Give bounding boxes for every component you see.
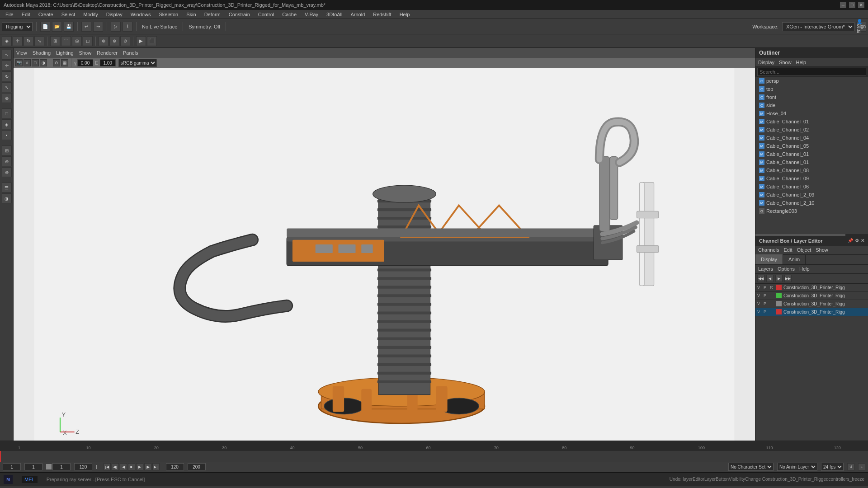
menu-skeleton[interactable]: Skeleton: [155, 11, 182, 18]
layer-fwd-button[interactable]: ▶: [775, 275, 783, 282]
outliner-item-cable06[interactable]: M Cable_Channel_06: [755, 183, 868, 191]
play-back-button[interactable]: ◀: [120, 463, 127, 470]
layer-p-3[interactable]: P: [764, 301, 768, 306]
ipr-render-button[interactable]: ⬛: [147, 36, 157, 46]
hypershade-button[interactable]: ◑: [2, 193, 12, 203]
no-anim-layer-select[interactable]: No Anim Layer: [777, 463, 817, 471]
save-scene-button[interactable]: 💾: [64, 22, 74, 32]
snap-point-button[interactable]: ◎: [72, 36, 82, 46]
outliner-item-persp[interactable]: C persp: [755, 77, 868, 85]
range-end-input[interactable]: [74, 463, 92, 470]
menu-file[interactable]: File: [2, 11, 17, 18]
viewport-renderer-menu[interactable]: Renderer: [97, 50, 118, 56]
outliner-search-input[interactable]: [757, 68, 866, 76]
move-tool-button[interactable]: ✛: [13, 36, 23, 46]
universal-manip-button[interactable]: ⊕: [2, 93, 12, 103]
layers-menu[interactable]: Layers: [758, 266, 773, 272]
layer-v-2[interactable]: V: [757, 293, 762, 298]
snap-curve-button[interactable]: ⌒: [61, 36, 71, 46]
snap-grid-button[interactable]: ⊞: [50, 36, 60, 46]
outliner-item-top[interactable]: C top: [755, 85, 868, 93]
camera-pan-button[interactable]: ⊞: [2, 145, 12, 155]
camera-zoom-button[interactable]: ⊖: [2, 167, 12, 177]
component-mode-button[interactable]: ◈: [2, 119, 12, 129]
vp-texture-button[interactable]: ▦: [61, 59, 68, 66]
ik-handle-button[interactable]: ⊗: [109, 36, 119, 46]
new-scene-button[interactable]: 📄: [40, 22, 50, 32]
channels-menu[interactable]: Channels: [758, 247, 779, 253]
outliner-item-cable01c[interactable]: M Cable_Channel_01: [755, 158, 868, 166]
scale-mode-button[interactable]: ⤡: [2, 82, 12, 92]
sign-in-button[interactable]: 👤 Sign In: [856, 22, 866, 32]
layer-row-1[interactable]: V P R Construction_3D_Printer_Rigg: [755, 284, 868, 292]
select-mode-button[interactable]: ↖: [2, 50, 12, 60]
bind-skin-button[interactable]: ⊘: [120, 36, 130, 46]
playhead[interactable]: [0, 451, 1, 462]
edit-menu[interactable]: Edit: [783, 247, 792, 253]
layer-row-3[interactable]: V P Construction_3D_Printer_Rigg: [755, 300, 868, 308]
stop-button[interactable]: ■: [128, 463, 135, 470]
outliner-item-front[interactable]: C front: [755, 93, 868, 101]
play-button[interactable]: ▶: [136, 463, 143, 470]
menu-create[interactable]: Create: [35, 11, 57, 18]
menu-help[interactable]: Help: [396, 11, 414, 18]
outliner-item-side[interactable]: C side: [755, 101, 868, 109]
object-mode-button[interactable]: □: [2, 108, 12, 118]
object-menu[interactable]: Object: [797, 247, 811, 253]
step-back-button[interactable]: ◀|: [112, 463, 119, 470]
outliner-item-hose04[interactable]: M Hose_04: [755, 109, 868, 117]
menu-redshift[interactable]: Redshift: [369, 11, 395, 18]
menu-arnold[interactable]: Arnold: [347, 11, 368, 18]
layer-v-1[interactable]: V: [757, 285, 762, 290]
layer-row-2[interactable]: V P Construction_3D_Printer_Rigg: [755, 292, 868, 300]
minimize-button[interactable]: ─: [840, 2, 846, 8]
camera-rotate-button[interactable]: ⊛: [2, 156, 12, 166]
viewport-shading-menu[interactable]: Shading: [33, 50, 51, 56]
vp-smooth-button[interactable]: ◑: [40, 59, 47, 66]
outliner-scrollbar[interactable]: [755, 234, 845, 236]
channel-box-pin-button[interactable]: 📌: [848, 238, 853, 243]
skip-start-button[interactable]: |◀: [104, 463, 111, 470]
rotate-tool-button[interactable]: ↻: [24, 36, 33, 46]
menu-skin[interactable]: Skin: [183, 11, 199, 18]
workspace-selector[interactable]: XGen - Interactive Groom*: [782, 22, 854, 31]
outliner-item-cable2-09[interactable]: M Cable_Channel_2_09: [755, 191, 868, 199]
render-button[interactable]: ▶: [136, 36, 146, 46]
snap-surface-button[interactable]: ◻: [83, 36, 93, 46]
vp-xray-button[interactable]: ⊙: [53, 59, 60, 66]
layer-back-button[interactable]: ◀: [766, 275, 774, 282]
outliner-show-menu[interactable]: Show: [779, 60, 792, 65]
menu-control[interactable]: Control: [255, 11, 278, 18]
current-frame-input[interactable]: [3, 463, 21, 470]
outliner-display-menu[interactable]: Display: [758, 60, 774, 65]
rotate-mode-button[interactable]: ↻: [2, 71, 12, 81]
start-frame-input[interactable]: [24, 463, 42, 470]
viewport[interactable]: View Shading Lighting Show Renderer Pane…: [14, 48, 755, 441]
channel-box-close-button[interactable]: ✕: [861, 238, 864, 243]
viewport-view-menu[interactable]: View: [16, 50, 27, 56]
layer-p-2[interactable]: P: [764, 293, 768, 298]
layer-last-button[interactable]: ▶▶: [784, 275, 792, 282]
select-tool-button[interactable]: ▷: [111, 22, 121, 32]
playback-start-input[interactable]: [166, 463, 184, 470]
outliner-item-cable09[interactable]: M Cable_Channel_09: [755, 174, 868, 183]
display-tab[interactable]: Display: [755, 254, 783, 264]
close-button[interactable]: ✕: [858, 2, 864, 8]
menu-windows[interactable]: Windows: [127, 11, 155, 18]
channel-box-settings-button[interactable]: ⚙: [855, 238, 859, 243]
viewport-show-menu[interactable]: Show: [79, 50, 92, 56]
show-menu[interactable]: Show: [816, 247, 828, 253]
layer-v-3[interactable]: V: [757, 301, 762, 306]
options-menu[interactable]: Options: [778, 266, 795, 272]
step-fwd-button[interactable]: |▶: [144, 463, 151, 470]
open-scene-button[interactable]: 📂: [52, 22, 62, 32]
move-mode-button[interactable]: ✛: [2, 61, 12, 70]
menu-3dtoall[interactable]: 3DtoAll: [323, 11, 346, 18]
undo-button[interactable]: ↩: [81, 22, 91, 32]
no-character-select[interactable]: No Character Set: [728, 463, 774, 471]
lasso-select-button[interactable]: ⌇: [123, 22, 132, 32]
menu-display[interactable]: Display: [103, 11, 126, 18]
exposure-input[interactable]: [100, 59, 116, 66]
joint-tool-button[interactable]: ⊕: [99, 36, 108, 46]
menu-select[interactable]: Select: [58, 11, 79, 18]
